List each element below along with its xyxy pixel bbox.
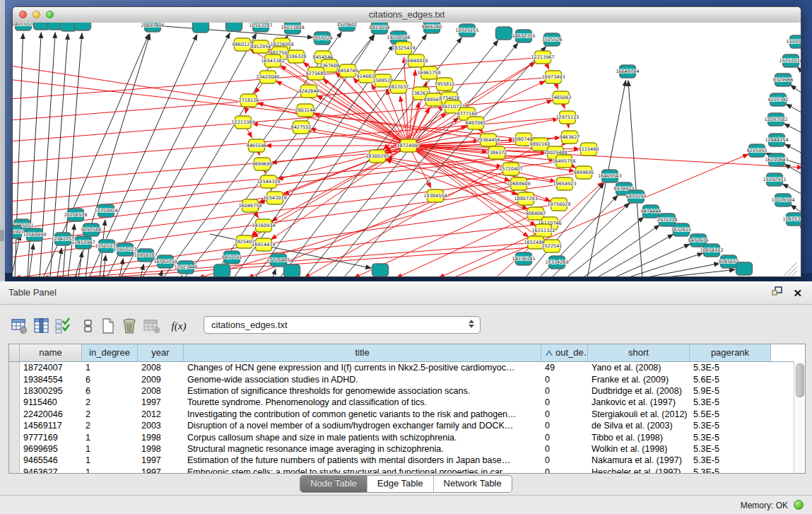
graph-node[interactable]: 9115460 (579, 143, 599, 156)
table-cell[interactable]: de Silva et al. (2003) (588, 421, 690, 431)
graph-edge[interactable] (305, 40, 498, 276)
table-cell[interactable]: 2012 (138, 409, 184, 419)
column-header-year[interactable]: year (138, 344, 184, 361)
column-header-pagerank[interactable]: pagerank (690, 344, 771, 361)
graph-node[interactable]: 10654112 (700, 244, 723, 257)
graph-node[interactable]: 10688609 (507, 177, 530, 190)
table-cell[interactable]: 1 (82, 455, 138, 465)
table-row[interactable]: 1456911722003Disruption of a novel membe… (9, 420, 805, 431)
table-row[interactable]: 911546021997Tourette syndrome. Phenomeno… (9, 397, 805, 408)
graph-node[interactable]: 8912954 (251, 40, 271, 53)
graph-node[interactable]: 18300295 (365, 150, 389, 163)
canvas-resize-grip[interactable] (792, 271, 797, 276)
graph-node[interactable]: 16033809 (281, 23, 304, 34)
graph-node[interactable] (496, 27, 512, 40)
table-cell[interactable]: Embryonic stem cells: a model to study s… (184, 467, 541, 474)
table-cell[interactable]: 9777169 (20, 433, 82, 443)
graph-node[interactable]: 9242844 (299, 85, 319, 98)
table-row[interactable]: 1938455462009Genome-wide association stu… (9, 373, 805, 385)
graph-node[interactable]: 18807293 (514, 192, 537, 205)
graph-node[interactable]: 8822037 (389, 81, 409, 93)
table-cell[interactable]: Tibbo et al. (1998) (588, 433, 690, 443)
table-cell[interactable]: 18724007 (20, 363, 82, 373)
table-cell[interactable]: 9463627 (20, 467, 82, 474)
table-cell[interactable]: 5.5E-5 (690, 409, 771, 419)
graph-node[interactable]: 15720407 (499, 163, 522, 175)
column-header-in_degree[interactable]: in_degree (82, 344, 138, 361)
row-height-icon[interactable] (79, 317, 98, 335)
table-cell[interactable]: 2008 (138, 363, 184, 373)
close-panel-icon[interactable]: ✕ (793, 287, 802, 300)
graph-node[interactable]: 15192971 (763, 173, 786, 186)
graph-node[interactable]: 16961758 (417, 66, 440, 79)
graph-edge[interactable] (582, 225, 659, 276)
scrollbar-thumb[interactable] (796, 363, 804, 397)
delete-table-icon[interactable] (143, 317, 161, 335)
table-cell[interactable]: 0 (541, 409, 588, 419)
graph-node[interactable]: 16543382 (261, 54, 284, 67)
graph-node[interactable]: 9227342 (768, 93, 789, 106)
graph-node[interactable]: 9699695 (252, 158, 273, 170)
table-cell[interactable]: Investigating the contribution of common… (184, 409, 541, 419)
table-cell[interactable]: 2003 (138, 421, 184, 431)
vertical-scrollbar[interactable] (794, 361, 805, 473)
graph-node[interactable]: 10973493 (541, 71, 565, 83)
graph-node[interactable]: 9860123 (233, 38, 253, 51)
graph-node[interactable]: 12444154 (765, 134, 788, 146)
table-cell[interactable]: 0 (541, 467, 588, 474)
tab-node-table[interactable]: Node Table (300, 476, 367, 492)
graph-edge[interactable] (273, 269, 276, 276)
column-header-name[interactable]: name (20, 344, 82, 361)
graph-node[interactable]: 7857224 (312, 32, 333, 45)
table-cell[interactable]: 0 (541, 397, 588, 407)
table-cell[interactable]: 2 (82, 397, 138, 407)
graph-node[interactable]: 11568699 (23, 228, 46, 241)
table-cell[interactable]: Stergiakouli et al. (2012) (588, 409, 690, 419)
table-cell[interactable]: 5.3E-5 (690, 363, 771, 373)
table-cell[interactable]: 0 (541, 375, 588, 385)
graph-edge[interactable] (283, 146, 408, 194)
graph-node[interactable]: 9465546 (247, 139, 267, 152)
canvas-resize-grip[interactable] (788, 267, 797, 276)
table-row[interactable]: 977716911998Corpus callosum shape and si… (9, 431, 805, 443)
new-table-icon[interactable] (99, 317, 117, 335)
graph-node[interactable]: 6497065 (466, 117, 486, 129)
table-cell[interactable]: Genome-wide association studies in ADHD. (184, 375, 541, 385)
graph-node[interactable]: 9215955 (747, 144, 767, 157)
table-cell[interactable]: 2008 (138, 386, 184, 396)
graph-node[interactable]: 2386372 (487, 146, 507, 159)
table-cell[interactable]: 1 (82, 467, 138, 474)
graph-node[interactable]: 12544319 (257, 175, 280, 188)
graph-node[interactable]: 16210643 (765, 153, 788, 166)
table-cell[interactable]: Structural magnetic resonance image aver… (184, 444, 541, 454)
graph-node[interactable]: 9097588 (81, 223, 102, 236)
graph-edge[interactable] (29, 244, 33, 276)
graph-node[interactable]: 12975115 (555, 111, 579, 124)
table-cell[interactable]: 6 (82, 375, 138, 385)
delete-attribute-icon[interactable] (120, 317, 139, 335)
graph-node[interactable] (214, 264, 230, 276)
table-cell[interactable]: Estimation of significance thresholds fo… (184, 386, 541, 396)
table-row[interactable]: 2242004622012Investigating the contribut… (9, 409, 805, 420)
graph-node[interactable]: 2522541 (542, 240, 563, 252)
graph-edge[interactable] (453, 154, 748, 276)
table-cell[interactable]: 9699695 (20, 444, 82, 454)
graph-node[interactable]: 14055724 (13, 23, 35, 30)
graph-node[interactable] (75, 23, 91, 30)
graph-node[interactable]: 16648784 (616, 65, 639, 78)
graph-edge[interactable] (797, 67, 801, 77)
graph-node[interactable]: 17016504 (771, 194, 794, 206)
column-header-short[interactable]: short (588, 344, 690, 361)
graph-node[interactable]: 9275685 (306, 67, 326, 80)
network-canvas[interactable]: 1405572420691406105532871603380978572241… (13, 23, 801, 276)
graph-node[interactable] (284, 264, 300, 276)
graph-node[interactable]: 9474444 (641, 205, 661, 218)
table-cell[interactable]: Changes of HCN gene expression and I(f) … (184, 363, 541, 373)
graph-node[interactable]: 18325419 (392, 42, 415, 54)
graph-node[interactable]: 8186328 (286, 50, 307, 63)
float-panel-icon[interactable] (772, 286, 783, 300)
graph-edge[interactable] (784, 164, 801, 177)
table-cell[interactable]: Franke et al. (2009) (588, 375, 690, 385)
graph-node[interactable]: 17334269 (545, 256, 568, 269)
graph-edge[interactable] (627, 253, 703, 276)
